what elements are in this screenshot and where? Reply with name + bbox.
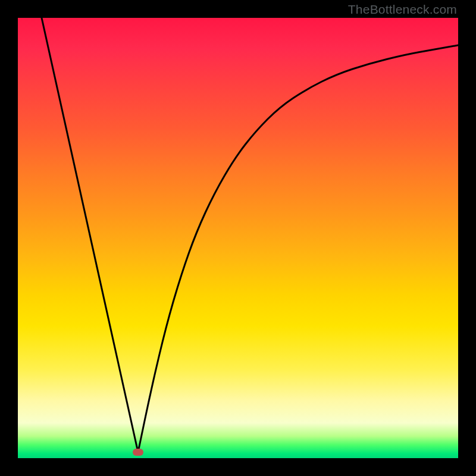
plot-area (18, 18, 458, 458)
attribution-label: TheBottleneck.com (348, 2, 457, 17)
min-marker (133, 449, 143, 456)
chart-frame: TheBottleneck.com (0, 0, 476, 476)
bottleneck-curve (18, 18, 458, 458)
